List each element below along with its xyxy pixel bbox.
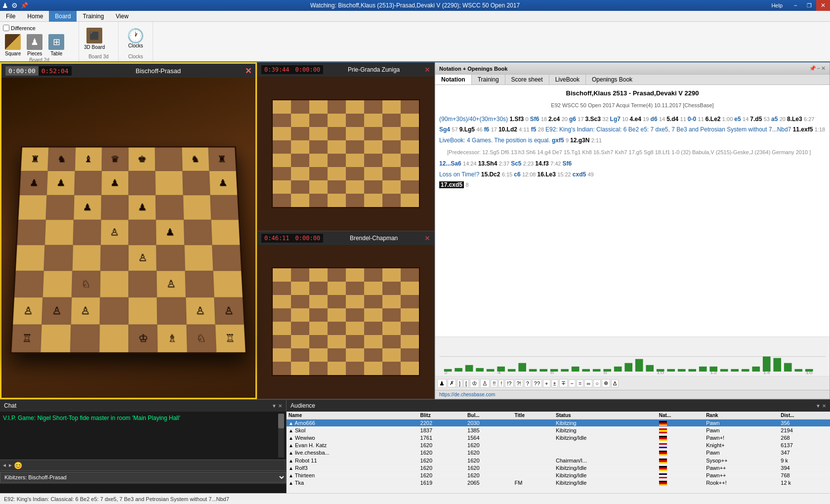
ribbon: Difference Square ♟ Pieces ⊞ Table Board…	[0, 22, 830, 62]
time-2g6: 17	[578, 116, 585, 122]
board-grid-3d: ♜♞♝♛♚♞♜♟♟♟♟♟♟♙♟♙♘♙♙♙♙♙♙♖♔♗♘♖	[10, 146, 247, 354]
difference-label: Difference	[11, 25, 36, 31]
move-4e4: 4.e4	[630, 116, 643, 123]
restore-button[interactable]: ❐	[802, 0, 816, 11]
symbol-pawn2[interactable]: ♙	[480, 379, 490, 388]
chat-status-select[interactable]: Kibitzers: Bischoff-Prasad	[0, 472, 286, 483]
table-row[interactable]: ▲ Evan H. Katz16201620Knight+6137	[287, 442, 830, 449]
symbol-inf[interactable]: ∞	[584, 379, 592, 387]
notation-content: Bischoff,Klaus 2513 - Prasad,Devaki V 22…	[435, 85, 830, 336]
ribbon-board3d-label: Board 3d	[82, 54, 115, 59]
menu-training[interactable]: Training	[77, 11, 110, 22]
move-7d5: 7.d5	[750, 116, 763, 123]
tab-livebook[interactable]: LiveBook	[549, 75, 586, 84]
main-chess-board[interactable]: ♜♞♝♛♚♞♜♟♟♟♟♟♟♙♟♙♘♙♙♙♙♙♙♖♔♗♘♖	[1, 78, 255, 398]
symbol-q-excl[interactable]: ?!	[515, 379, 523, 387]
move-5d4: 5.d4	[666, 116, 680, 123]
symbol-excl-q[interactable]: !?	[505, 379, 513, 387]
game2-close[interactable]: ✕	[424, 234, 430, 242]
symbol-lbracket[interactable]: [	[463, 379, 469, 387]
chat-input[interactable]	[0, 484, 286, 493]
chat-scrollbar-thumb[interactable]	[278, 414, 284, 428]
chess-board-3d: ♜♞♝♛♚♞♜♟♟♟♟♟♟♙♟♙♘♙♙♙♙♙♙♖♔♗♘♖	[10, 146, 247, 354]
table-label: Table	[50, 51, 62, 56]
svg-rect-15	[582, 369, 590, 372]
table-row[interactable]: ▲ Arno66622022030KibitzingPawn356	[287, 420, 830, 427]
symbol-mp[interactable]: ∓	[559, 379, 568, 387]
symbol-excl[interactable]: !	[498, 379, 504, 387]
symbol-minus[interactable]: −	[569, 379, 576, 387]
chat-scrollbar[interactable]	[278, 414, 284, 458]
ribbon-clocks-btn[interactable]: 🕐 Clocks	[125, 28, 146, 49]
symbol-circle[interactable]: ○	[593, 379, 601, 387]
tab-training[interactable]: Training	[472, 75, 505, 84]
symbol-equal[interactable]: =	[577, 379, 583, 387]
menu-home[interactable]: Home	[21, 11, 49, 22]
game2-board[interactable]	[257, 245, 434, 399]
symbol-delta[interactable]: Δ	[611, 379, 619, 387]
ribbon-board2d-checkbox[interactable]: Difference	[3, 24, 76, 32]
svg-rect-28	[720, 369, 728, 372]
audience-pin-icon[interactable]: ▼	[816, 403, 821, 409]
table-row[interactable]: ▲ Tka16192065FMKibitzing/IdleRook++!12 k	[287, 479, 830, 486]
svg-text:10: 10	[657, 371, 664, 374]
chat-close-icon[interactable]: ✕	[278, 403, 282, 409]
symbol-king[interactable]: ♔	[470, 379, 479, 388]
ribbon-square-btn[interactable]: Square	[3, 33, 23, 57]
audience-close-icon[interactable]: ✕	[822, 403, 826, 409]
ribbon-pieces-btn[interactable]: ♟ Pieces	[25, 33, 44, 57]
notation-pin-btn[interactable]: 📌	[809, 65, 816, 72]
game1-close[interactable]: ✕	[424, 66, 430, 74]
symbol-rbracket[interactable]: ]	[457, 379, 462, 387]
table-row[interactable]: ▲ Skol18371385KibitzingPawn2194	[287, 427, 830, 434]
table-row[interactable]: ▲ Thirteen16201620Kibitzing/IdlePawn++76…	[287, 471, 830, 479]
difference-checkbox[interactable]	[3, 25, 9, 31]
tab-openings-book[interactable]: Openings Book	[586, 75, 638, 84]
ribbon-table-btn[interactable]: ⊞ Table	[46, 33, 66, 57]
table-row[interactable]: ▲ Rolf316201620Kibitzing/IdlePawn++394	[287, 464, 830, 471]
game1-board[interactable]	[257, 77, 434, 231]
move-8le3: 8.Le3	[787, 116, 804, 123]
notation-close-btn[interactable]: ✕	[821, 65, 826, 72]
symbol-oplus[interactable]: ⊕	[602, 379, 610, 387]
time-3lg7: 10	[622, 116, 629, 122]
main-board-close[interactable]: ✕	[245, 66, 251, 76]
notation-minimize-btn[interactable]: −	[817, 65, 820, 72]
table-row[interactable]: ▲ Wewiwo17611564Kibitzing/IdlePawn+!268	[287, 434, 830, 442]
symbol-q[interactable]: ?	[524, 379, 531, 387]
symbol-pm[interactable]: ±	[551, 379, 558, 387]
col-bul: Bul...	[465, 412, 513, 420]
help-button[interactable]: Help	[768, 2, 786, 8]
chat-toolbar-icon3[interactable]: 😊	[14, 462, 22, 469]
tab-notation[interactable]: Notation	[435, 75, 472, 84]
symbol-dbl-q[interactable]: ??	[532, 379, 542, 387]
game2-panel: 0:46:11 0:00:00 Brendel-Chapman ✕	[257, 231, 435, 400]
svg-text:2: 2	[444, 371, 448, 374]
symbol-dbl-excl[interactable]: !!	[491, 379, 498, 387]
symbol-plus[interactable]: +	[543, 379, 550, 387]
symbol-x[interactable]: ✗	[448, 379, 456, 387]
close-button[interactable]: ✕	[816, 0, 830, 11]
time-9lg5: 46	[476, 126, 484, 132]
svg-rect-34	[784, 363, 792, 372]
move-12g3n: 12.g3N	[570, 137, 591, 144]
ribbon-board2d-items: Square ♟ Pieces ⊞ Table	[3, 33, 76, 57]
tab-score-sheet[interactable]: Score sheet	[505, 75, 549, 84]
symbol-pawn[interactable]: ♟	[437, 379, 447, 388]
audience-table-container: Name Blitz Bul... Title Status Nat... Ra…	[287, 412, 830, 493]
audience-rows: ▲ Arno66622022030KibitzingPawn356▲ Skol1…	[287, 420, 830, 487]
menu-board[interactable]: Board	[49, 11, 77, 22]
minimize-button[interactable]: −	[788, 0, 802, 11]
menu-view[interactable]: View	[110, 11, 134, 22]
time-7a5: 20	[780, 116, 787, 122]
table-row[interactable]: ▲ Robot 1116201620Chairman/I...Sysop++9 …	[287, 457, 830, 464]
ribbon-board3d-btn[interactable]: ⬛ 3D Board	[82, 27, 107, 51]
menu-file[interactable]: File	[0, 11, 21, 22]
svg-rect-3	[455, 368, 462, 372]
pieces-icon: ♟	[27, 34, 42, 50]
table-row[interactable]: ▲ live.chessba...16201620Pawn347	[287, 449, 830, 457]
chat-pin-icon[interactable]: ▼	[272, 403, 277, 409]
game1-title: Prie-Granda Zuniga	[323, 66, 424, 73]
time-16le3: 15:22	[557, 171, 573, 177]
svg-rect-8	[508, 369, 516, 372]
